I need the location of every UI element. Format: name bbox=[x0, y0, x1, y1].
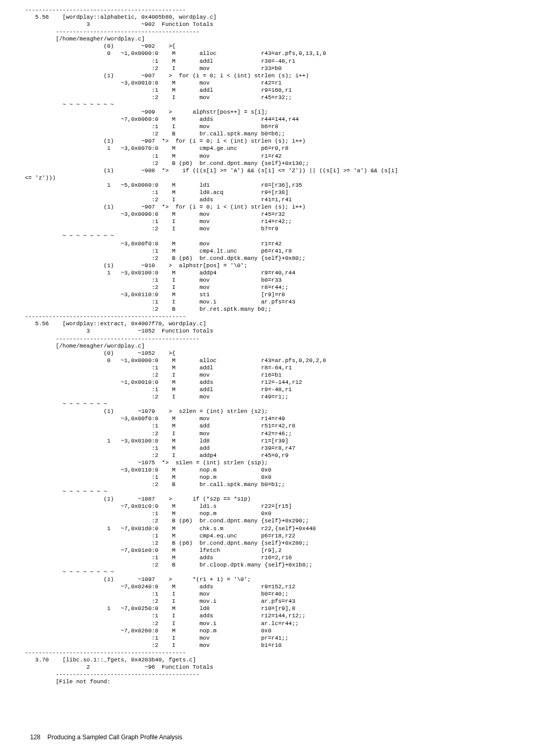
page-footer: 128 Producing a Sampled Call Graph Profi… bbox=[25, 734, 544, 741]
code-block: ----------------------------------------… bbox=[25, 6, 544, 722]
page-number: 128 bbox=[30, 734, 40, 741]
footer-title: Producing a Sampled Call Graph Profile A… bbox=[47, 734, 182, 741]
